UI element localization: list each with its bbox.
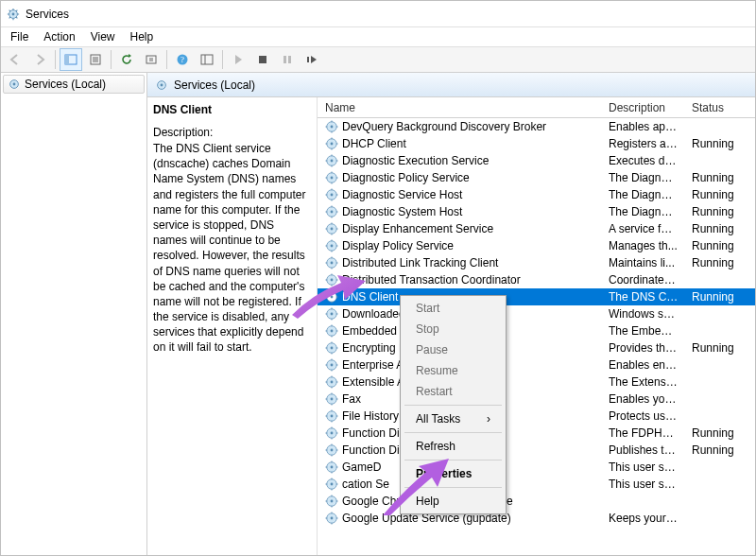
service-name: Display Policy Service (342, 239, 454, 252)
service-row[interactable]: Diagnostic Execution ServiceExecutes dia… (318, 152, 755, 169)
toolbar-sep (55, 50, 56, 69)
service-desc: Windows ser... (601, 307, 684, 321)
show-hide-tree-button[interactable] (60, 48, 82, 71)
service-desc: The Diagnos... (601, 188, 684, 201)
svg-point-89 (331, 330, 334, 333)
service-row[interactable]: Distributed Transaction CoordinatorCoord… (318, 271, 755, 288)
ctx-start[interactable]: Start (403, 298, 504, 319)
forward-button[interactable] (28, 48, 51, 71)
ctx-pause[interactable]: Pause (403, 339, 504, 360)
gear-icon (325, 512, 338, 525)
svg-point-119 (331, 432, 334, 435)
ctx-restart[interactable]: Restart (403, 381, 504, 402)
ctx-properties[interactable]: Properties (403, 463, 504, 484)
export-button[interactable] (140, 48, 163, 71)
list-header: Name Description Status (318, 97, 755, 118)
service-row[interactable]: Embedded MoThe Embedd... (318, 322, 755, 339)
svg-point-104 (331, 381, 334, 384)
svg-rect-24 (307, 57, 309, 62)
ctx-sep (404, 432, 502, 433)
ctx-help[interactable]: Help (403, 491, 504, 512)
service-name: Diagnostic Execution Service (342, 154, 489, 167)
service-row[interactable]: Google Update Service (gupdate)Keeps you… (318, 510, 755, 527)
service-name-cell: DHCP Client (318, 137, 601, 150)
menu-view[interactable]: View (83, 28, 123, 45)
service-row[interactable]: Function DiscoPublishes thi...Running (318, 442, 755, 459)
gear-icon (325, 273, 338, 287)
console-tree-button[interactable] (196, 48, 218, 71)
services-list: Name Description Status DevQuery Backgro… (318, 97, 755, 555)
service-row[interactable]: Encrypting FileProvides the...Running (318, 339, 755, 356)
gear-icon (325, 137, 338, 150)
menu-file[interactable]: File (3, 28, 36, 45)
nav-services-local[interactable]: Services (Local) (3, 75, 145, 94)
service-name: Distributed Transaction Coordinator (342, 273, 521, 287)
help-toolbar-button[interactable]: ? (171, 48, 194, 71)
service-name-cell: Distributed Link Tracking Client (318, 256, 601, 269)
service-row[interactable]: DevQuery Background Discovery BrokerEnab… (318, 118, 755, 135)
service-row[interactable]: Diagnostic Policy ServiceThe Diagnos...R… (318, 169, 755, 186)
gear-icon (325, 375, 338, 389)
menu-help[interactable]: Help (123, 28, 162, 45)
service-name-cell: Diagnostic Execution Service (318, 154, 601, 167)
service-desc: The Diagnos... (601, 205, 684, 218)
service-name-cell: Diagnostic Policy Service (318, 171, 601, 184)
description-label: Description: (153, 126, 309, 139)
svg-rect-16 (146, 56, 156, 63)
service-row[interactable]: FaxEnables you ... (318, 391, 755, 408)
service-row[interactable]: Distributed Link Tracking ClientMaintain… (318, 254, 755, 271)
ctx-all-tasks[interactable]: All Tasks › (403, 408, 504, 429)
service-row[interactable]: Diagnostic System HostThe Diagnos...Runn… (318, 203, 755, 220)
service-row[interactable]: GameDThis user ser... (318, 459, 755, 476)
refresh-button[interactable] (115, 48, 138, 71)
service-row[interactable]: Google Chrome Elevation Service (318, 493, 755, 510)
service-row[interactable]: Function DiscoThe FDPHOS...Running (318, 425, 755, 442)
ctx-all-tasks-label: All Tasks (416, 412, 460, 426)
service-name: Distributed Link Tracking Client (342, 256, 498, 269)
stop-service-button[interactable] (251, 48, 274, 71)
service-name-cell: DevQuery Background Discovery Broker (318, 120, 601, 133)
service-row[interactable]: Display Enhancement ServiceA service for… (318, 220, 755, 237)
gear-icon (325, 324, 338, 338)
svg-point-139 (331, 500, 334, 503)
service-row[interactable]: DNS ClientThe DNS Cli...Running (318, 288, 755, 305)
service-row[interactable]: Extensible AuthThe Extensib... (318, 374, 755, 391)
service-status: Running (684, 290, 750, 304)
service-row[interactable]: Downloaded MWindows ser... (318, 305, 755, 322)
column-status[interactable]: Status (684, 97, 750, 117)
service-desc: The DNS Cli... (601, 290, 684, 304)
service-desc: The Diagnos... (601, 171, 684, 184)
service-row[interactable]: cation SeThis user ser... (318, 476, 755, 493)
back-button[interactable] (4, 48, 26, 71)
service-desc: Enables you ... (601, 392, 684, 406)
menu-action[interactable]: Action (36, 28, 82, 45)
description-pane: DNS Client Description: The DNS Client s… (147, 97, 318, 555)
service-name-cell: Diagnostic Service Host (318, 188, 601, 201)
column-description[interactable]: Description (601, 97, 684, 117)
column-name[interactable]: Name (318, 97, 601, 117)
body: Services (Local) Services (Local) DNS Cl… (1, 73, 755, 555)
service-status: Running (684, 171, 750, 184)
gear-icon (325, 188, 338, 201)
svg-point-134 (331, 483, 334, 486)
properties-toolbar-button[interactable] (84, 48, 107, 71)
svg-point-124 (331, 449, 334, 452)
gear-icon (155, 78, 168, 92)
restart-service-button[interactable] (301, 48, 323, 71)
service-row[interactable]: Display Policy ServiceManages th...Runni… (318, 237, 755, 254)
ctx-stop[interactable]: Stop (403, 319, 504, 339)
start-service-button[interactable] (227, 48, 249, 71)
gear-icon (325, 239, 338, 252)
ctx-refresh[interactable]: Refresh (403, 436, 504, 457)
service-row[interactable]: DHCP ClientRegisters an...Running (318, 135, 755, 152)
service-row[interactable]: Diagnostic Service HostThe Diagnos...Run… (318, 186, 755, 203)
svg-point-84 (331, 313, 334, 316)
rows-container: DevQuery Background Discovery BrokerEnab… (318, 118, 755, 527)
service-row[interactable]: Enterprise AppEnables ente... (318, 356, 755, 374)
svg-point-69 (331, 262, 334, 265)
service-name-cell: Diagnostic System Host (318, 205, 601, 218)
ctx-resume[interactable]: Resume (403, 360, 504, 381)
service-row[interactable]: File History SerProtects user... (318, 408, 755, 425)
svg-point-26 (13, 83, 16, 86)
pause-service-button[interactable] (276, 48, 299, 71)
